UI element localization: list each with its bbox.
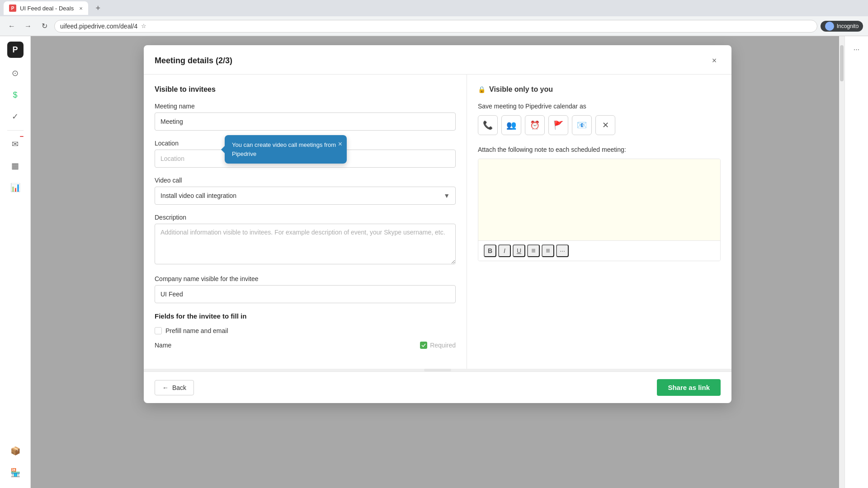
visible-only-to-you-title: 🔒 Visible only to you [478, 85, 721, 94]
modal-close-button[interactable]: × [708, 54, 721, 67]
calendar-type-other[interactable]: ✕ [595, 115, 615, 135]
tooltip-text: You can create video call meetings from … [232, 141, 336, 157]
tooltip-close-button[interactable]: × [338, 139, 342, 150]
bold-button[interactable]: B [484, 244, 496, 257]
right-modal-panel: 🔒 Visible only to you Save meeting to Pi… [467, 75, 731, 369]
video-call-tooltip: You can create video call meetings from … [225, 135, 347, 164]
location-field: Location You can create video call meeti… [155, 140, 456, 168]
back-button[interactable]: ← Back [155, 380, 194, 395]
modal-overlay: Meeting details (2/3) × Visible to invit… [31, 36, 844, 488]
meeting-details-modal: Meeting details (2/3) × Visible to invit… [144, 45, 731, 403]
bullet-list-button[interactable]: ≡ [542, 244, 554, 257]
calendar-type-meeting[interactable]: 👥 [501, 115, 521, 135]
incognito-icon [825, 22, 834, 31]
more-options-button[interactable]: ⋮ [850, 20, 863, 33]
tab-favicon: P [9, 5, 16, 12]
video-call-dropdown[interactable]: Install video call integration ▼ [155, 187, 456, 205]
modal-header: Meeting details (2/3) × [144, 45, 731, 75]
required-label: Required [430, 342, 456, 349]
url-text: uifeed.pipedrive.com/deal/4 [60, 23, 137, 30]
company-name-input[interactable] [155, 285, 456, 303]
company-name-label: Company name visible for the invitee [155, 275, 456, 282]
note-editor: B I U ≡ ≡ ··· [478, 159, 721, 261]
note-content-area[interactable] [478, 159, 720, 240]
share-as-link-button[interactable]: Share as link [657, 379, 721, 396]
products-icon: 📦 [10, 446, 20, 456]
name-field-label: Name [155, 342, 171, 349]
right-panel-more-button[interactable]: ··· [849, 42, 865, 58]
page-scrollbar[interactable] [839, 36, 844, 488]
sidebar-item-products[interactable]: 📦 [5, 441, 25, 461]
description-field: Description [155, 214, 456, 266]
save-calendar-label: Save meeting to Pipedrive calendar as [478, 103, 721, 110]
calendar-icon: ▦ [11, 161, 19, 171]
prefill-label: Prefill name and email [165, 327, 228, 334]
meeting-name-input[interactable] [155, 113, 456, 131]
bookmark-icon[interactable]: ☆ [141, 23, 146, 29]
sidebar-item-dashboard[interactable]: ⊙ [5, 63, 25, 83]
sidebar-divider [7, 130, 24, 131]
app-sidebar: P ⊙ $ ✓ ✉ ▦ 📊 📦 [0, 36, 31, 488]
scrollbar-thumb [840, 45, 844, 81]
video-call-label: Video call [155, 177, 456, 184]
mail-icon: ✉ [12, 139, 19, 149]
address-bar[interactable]: uifeed.pipedrive.com/deal/4 ☆ [54, 20, 817, 33]
profile-button[interactable]: Incognito [835, 20, 848, 33]
mail-badge [20, 136, 24, 137]
sidebar-item-reports[interactable]: 📊 [5, 178, 25, 197]
lock-icon: 🔒 [478, 86, 486, 93]
description-input[interactable] [155, 224, 456, 264]
calendar-type-email[interactable]: 📧 [572, 115, 592, 135]
modal-body: Visible to invitees Meeting name Locatio… [144, 75, 731, 369]
video-call-option-label: Install video call integration [160, 192, 236, 199]
sidebar-item-marketplace[interactable]: 🏪 [5, 463, 25, 483]
tab-close-button[interactable]: × [79, 5, 83, 12]
calendar-type-icons: 📞 👥 ⏰ 🚩 📧 ✕ [478, 115, 721, 135]
invitee-fields-section: Fields for the invitee to fill in Prefil… [155, 312, 456, 349]
sidebar-item-deals[interactable]: $ [5, 85, 25, 105]
deals-icon: $ [13, 90, 17, 100]
invitee-fields-title: Fields for the invitee to fill in [155, 312, 456, 320]
back-arrow-icon: ← [162, 384, 169, 391]
right-sidebar: ··· [844, 36, 868, 488]
reload-button[interactable]: ↻ [38, 20, 51, 33]
meeting-name-field: Meeting name [155, 103, 456, 131]
video-call-field: Video call Install video call integratio… [155, 177, 456, 205]
browser-tab[interactable]: P UI Feed deal - Deals × [4, 1, 88, 15]
modal-footer: ← Back Share as link [144, 371, 731, 403]
main-content: Meeting details (2/3) × Visible to invit… [31, 36, 844, 488]
note-editor-toolbar: B I U ≡ ≡ ··· [478, 240, 720, 261]
visible-to-invitees-title: Visible to invitees [155, 85, 456, 94]
prefill-checkbox[interactable] [155, 327, 162, 334]
modal-title: Meeting details (2/3) [155, 56, 232, 66]
calendar-type-call[interactable]: 📞 [478, 115, 498, 135]
company-name-field: Company name visible for the invitee [155, 275, 456, 303]
underline-button[interactable]: U [513, 244, 525, 257]
back-button[interactable]: ← [5, 20, 18, 33]
tab-title: UI Feed deal - Deals [20, 5, 74, 12]
new-tab-button[interactable]: + [92, 2, 104, 14]
description-label: Description [155, 214, 456, 221]
prefill-checkbox-row: Prefill name and email [155, 327, 456, 334]
reports-icon: 📊 [10, 183, 20, 192]
calendar-type-deadline[interactable]: 🚩 [548, 115, 568, 135]
sidebar-item-calendar[interactable]: ▦ [5, 156, 25, 176]
italic-button[interactable]: I [498, 244, 511, 257]
sidebar-item-mail[interactable]: ✉ [5, 134, 25, 154]
activities-icon: ✓ [12, 112, 19, 122]
forward-button[interactable]: → [22, 20, 34, 33]
app-logo[interactable]: P [7, 42, 24, 58]
note-attach-label: Attach the following note to each schedu… [478, 146, 721, 153]
more-formatting-button[interactable]: ··· [556, 244, 569, 257]
ordered-list-button[interactable]: ≡ [527, 244, 540, 257]
calendar-type-task[interactable]: ⏰ [525, 115, 545, 135]
name-required-row: Name Required [155, 342, 456, 349]
checkmark-icon [421, 343, 426, 347]
required-checkbox[interactable] [420, 342, 427, 349]
left-panel: Visible to invitees Meeting name Locatio… [144, 75, 467, 369]
dashboard-icon: ⊙ [12, 68, 19, 78]
chevron-down-icon: ▼ [443, 192, 450, 199]
back-button-label: Back [172, 384, 186, 391]
required-check: Required [420, 342, 456, 349]
sidebar-item-activities[interactable]: ✓ [5, 107, 25, 127]
